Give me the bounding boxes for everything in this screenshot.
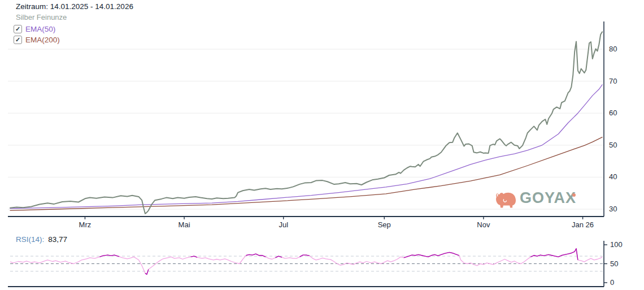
month-label: Jul [279, 220, 288, 229]
ema200-toggle-row: ✓ EMA(200) [14, 35, 60, 44]
quote-chart-widget: Zeitraum: 14.01.2025 - 14.01.2026 Silber… [0, 0, 644, 290]
rsi-extreme-segment [530, 249, 578, 260]
rsi-indicator-label: RSI(14): [16, 235, 44, 244]
rsi-y-label: 0 [610, 278, 614, 287]
ema200-label: EMA(200) [25, 36, 60, 44]
rsi-extreme-segment [246, 254, 266, 257]
ema50-checkbox[interactable]: ✓ [14, 25, 22, 33]
rsi-extreme-segment [404, 252, 459, 257]
price-y-label: 50 [609, 141, 617, 149]
goyax-watermark: GOYAX [494, 190, 576, 209]
month-label: Jan 26 [572, 220, 594, 229]
rsi-extreme-segment [300, 255, 310, 257]
instrument-name: Silber Feinunze [16, 13, 67, 21]
month-label: Mai [179, 220, 190, 229]
rsi-y-label: 100 [610, 240, 623, 249]
ema50-toggle-row: ✓ EMA(50) [14, 24, 55, 33]
ema50-label: EMA(50) [25, 25, 55, 33]
price-y-label: 60 [609, 109, 617, 117]
price-y-label: 70 [609, 77, 617, 85]
ema200-checkbox[interactable]: ✓ [14, 36, 22, 44]
goyax-bull-icon [494, 190, 517, 209]
goyax-logo-text: GOYAX [520, 190, 576, 207]
month-label: Sep [378, 220, 391, 229]
rsi-extreme-segment [145, 270, 149, 275]
rsi-line [10, 249, 602, 275]
chart-canvas[interactable] [0, 0, 644, 290]
rsi-caption: RSI(14): 83,77 [16, 235, 67, 244]
price-y-label: 30 [609, 205, 617, 213]
rsi-y-label: 50 [610, 259, 618, 268]
price-y-label: 80 [609, 45, 617, 53]
rsi-value: 83,77 [48, 235, 67, 244]
month-label: Nov [477, 220, 490, 229]
month-label: Mrz [79, 220, 92, 229]
goyax-logo-dot [572, 193, 576, 197]
series-line-kurs [10, 32, 602, 214]
rsi-extreme-segment [191, 256, 198, 257]
price-y-label: 40 [609, 172, 617, 181]
period-label: Zeitraum: 14.01.2025 - 14.01.2026 [16, 2, 133, 11]
